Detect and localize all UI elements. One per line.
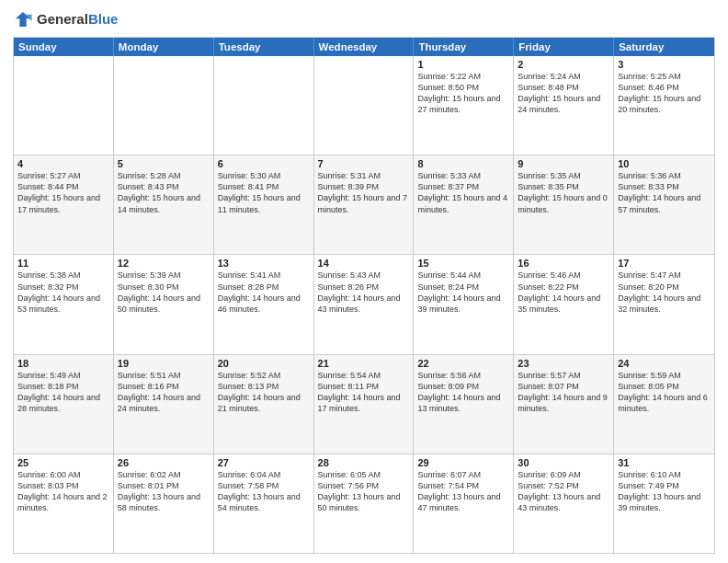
cell-content: Sunrise: 5:43 AM Sunset: 8:26 PM Dayligh… — [318, 270, 410, 315]
cell-content: Sunrise: 6:10 AM Sunset: 7:49 PM Dayligh… — [618, 469, 711, 514]
cal-cell: 4Sunrise: 5:27 AM Sunset: 8:44 PM Daylig… — [14, 155, 114, 254]
cell-content: Sunrise: 5:57 AM Sunset: 8:07 PM Dayligh… — [518, 370, 609, 415]
day-number: 30 — [518, 457, 609, 468]
cal-cell: 12Sunrise: 5:39 AM Sunset: 8:30 PM Dayli… — [114, 255, 214, 353]
day-number: 17 — [618, 258, 711, 269]
cal-cell: 13Sunrise: 5:41 AM Sunset: 8:28 PM Dayli… — [214, 255, 314, 353]
cell-content: Sunrise: 5:25 AM Sunset: 8:46 PM Dayligh… — [618, 71, 711, 116]
day-number: 19 — [118, 358, 210, 369]
day-number: 8 — [417, 158, 509, 169]
cal-cell: 5Sunrise: 5:28 AM Sunset: 8:43 PM Daylig… — [114, 155, 214, 254]
cal-cell: 29Sunrise: 6:07 AM Sunset: 7:54 PM Dayli… — [414, 454, 514, 553]
cell-content: Sunrise: 5:41 AM Sunset: 8:28 PM Dayligh… — [218, 270, 310, 315]
day-number: 26 — [118, 457, 210, 468]
cal-cell: 15Sunrise: 5:44 AM Sunset: 8:24 PM Dayli… — [414, 255, 514, 353]
col-header-thursday: Thursday — [414, 38, 514, 56]
cell-content: Sunrise: 5:56 AM Sunset: 8:09 PM Dayligh… — [417, 370, 509, 415]
logo-text: GeneralBlue — [37, 11, 118, 28]
day-number: 13 — [218, 258, 310, 269]
logo-icon — [13, 9, 33, 29]
week-row-2: 4Sunrise: 5:27 AM Sunset: 8:44 PM Daylig… — [14, 155, 714, 254]
cal-cell: 16Sunrise: 5:46 AM Sunset: 8:22 PM Dayli… — [514, 255, 614, 353]
col-header-monday: Monday — [114, 38, 214, 56]
cell-content: Sunrise: 5:22 AM Sunset: 8:50 PM Dayligh… — [417, 71, 509, 116]
cal-cell: 25Sunrise: 6:00 AM Sunset: 8:03 PM Dayli… — [14, 454, 114, 553]
day-number: 18 — [17, 358, 109, 369]
cell-content: Sunrise: 5:44 AM Sunset: 8:24 PM Dayligh… — [417, 270, 509, 315]
cal-cell: 24Sunrise: 5:59 AM Sunset: 8:05 PM Dayli… — [614, 355, 714, 454]
cell-content: Sunrise: 6:00 AM Sunset: 8:03 PM Dayligh… — [17, 469, 109, 514]
cell-content: Sunrise: 5:30 AM Sunset: 8:41 PM Dayligh… — [218, 170, 310, 215]
cell-content: Sunrise: 5:38 AM Sunset: 8:32 PM Dayligh… — [17, 270, 109, 315]
col-header-wednesday: Wednesday — [314, 38, 415, 56]
cal-cell: 6Sunrise: 5:30 AM Sunset: 8:41 PM Daylig… — [214, 155, 314, 254]
day-number: 27 — [218, 457, 310, 468]
cell-content: Sunrise: 6:07 AM Sunset: 7:54 PM Dayligh… — [417, 469, 509, 514]
cal-cell: 2Sunrise: 5:24 AM Sunset: 8:48 PM Daylig… — [514, 56, 614, 155]
cell-content: Sunrise: 5:31 AM Sunset: 8:39 PM Dayligh… — [318, 170, 410, 215]
week-row-5: 25Sunrise: 6:00 AM Sunset: 8:03 PM Dayli… — [14, 454, 714, 553]
day-number: 3 — [618, 59, 711, 70]
cal-cell: 30Sunrise: 6:09 AM Sunset: 7:52 PM Dayli… — [514, 454, 614, 553]
day-number: 4 — [17, 158, 109, 169]
day-number: 10 — [618, 158, 711, 169]
day-number: 31 — [618, 457, 711, 468]
cal-cell — [314, 56, 415, 155]
cal-cell: 20Sunrise: 5:52 AM Sunset: 8:13 PM Dayli… — [214, 355, 314, 454]
week-row-4: 18Sunrise: 5:49 AM Sunset: 8:18 PM Dayli… — [14, 354, 714, 454]
cal-cell: 31Sunrise: 6:10 AM Sunset: 7:49 PM Dayli… — [614, 454, 714, 553]
day-number: 11 — [17, 258, 109, 269]
day-number: 22 — [417, 358, 509, 369]
cell-content: Sunrise: 6:02 AM Sunset: 8:01 PM Dayligh… — [118, 469, 210, 514]
cal-cell: 14Sunrise: 5:43 AM Sunset: 8:26 PM Dayli… — [314, 255, 415, 353]
day-number: 1 — [417, 59, 509, 70]
cal-cell: 28Sunrise: 6:05 AM Sunset: 7:56 PM Dayli… — [314, 454, 415, 553]
logo: GeneralBlue — [13, 9, 118, 29]
cell-content: Sunrise: 5:51 AM Sunset: 8:16 PM Dayligh… — [118, 370, 210, 415]
cal-cell: 11Sunrise: 5:38 AM Sunset: 8:32 PM Dayli… — [14, 255, 114, 353]
day-number: 28 — [318, 457, 410, 468]
cell-content: Sunrise: 6:09 AM Sunset: 7:52 PM Dayligh… — [518, 469, 609, 514]
cal-cell: 3Sunrise: 5:25 AM Sunset: 8:46 PM Daylig… — [614, 56, 714, 155]
cell-content: Sunrise: 5:54 AM Sunset: 8:11 PM Dayligh… — [318, 370, 410, 415]
cell-content: Sunrise: 5:52 AM Sunset: 8:13 PM Dayligh… — [218, 370, 310, 415]
day-number: 23 — [518, 358, 609, 369]
cal-cell: 22Sunrise: 5:56 AM Sunset: 8:09 PM Dayli… — [414, 355, 514, 454]
day-number: 7 — [318, 158, 410, 169]
cell-content: Sunrise: 5:28 AM Sunset: 8:43 PM Dayligh… — [118, 170, 210, 215]
header: GeneralBlue — [13, 9, 715, 29]
cell-content: Sunrise: 5:27 AM Sunset: 8:44 PM Dayligh… — [17, 170, 109, 215]
cal-cell: 10Sunrise: 5:36 AM Sunset: 8:33 PM Dayli… — [614, 155, 714, 254]
cal-cell — [14, 56, 114, 155]
day-number: 5 — [118, 158, 210, 169]
cell-content: Sunrise: 5:24 AM Sunset: 8:48 PM Dayligh… — [518, 71, 609, 116]
calendar-header-row: SundayMondayTuesdayWednesdayThursdayFrid… — [14, 38, 714, 56]
day-number: 2 — [518, 59, 609, 70]
col-header-tuesday: Tuesday — [214, 38, 314, 56]
cal-cell: 17Sunrise: 5:47 AM Sunset: 8:20 PM Dayli… — [614, 255, 714, 353]
day-number: 25 — [17, 457, 109, 468]
calendar: SundayMondayTuesdayWednesdayThursdayFrid… — [13, 37, 715, 554]
cal-cell: 1Sunrise: 5:22 AM Sunset: 8:50 PM Daylig… — [414, 56, 514, 155]
col-header-friday: Friday — [514, 38, 614, 56]
cal-cell: 8Sunrise: 5:33 AM Sunset: 8:37 PM Daylig… — [414, 155, 514, 254]
day-number: 12 — [118, 258, 210, 269]
cell-content: Sunrise: 5:33 AM Sunset: 8:37 PM Dayligh… — [417, 170, 509, 215]
cal-cell: 21Sunrise: 5:54 AM Sunset: 8:11 PM Dayli… — [314, 355, 415, 454]
cal-cell — [114, 56, 214, 155]
cal-cell: 9Sunrise: 5:35 AM Sunset: 8:35 PM Daylig… — [514, 155, 614, 254]
cal-cell: 27Sunrise: 6:04 AM Sunset: 7:58 PM Dayli… — [214, 454, 314, 553]
cal-cell: 26Sunrise: 6:02 AM Sunset: 8:01 PM Dayli… — [114, 454, 214, 553]
cal-cell: 19Sunrise: 5:51 AM Sunset: 8:16 PM Dayli… — [114, 355, 214, 454]
svg-marker-0 — [16, 12, 30, 27]
week-row-1: 1Sunrise: 5:22 AM Sunset: 8:50 PM Daylig… — [14, 56, 714, 155]
cell-content: Sunrise: 6:05 AM Sunset: 7:56 PM Dayligh… — [318, 469, 410, 514]
day-number: 15 — [417, 258, 509, 269]
cal-cell: 23Sunrise: 5:57 AM Sunset: 8:07 PM Dayli… — [514, 355, 614, 454]
col-header-sunday: Sunday — [14, 38, 114, 56]
cell-content: Sunrise: 5:36 AM Sunset: 8:33 PM Dayligh… — [618, 170, 711, 215]
cell-content: Sunrise: 5:47 AM Sunset: 8:20 PM Dayligh… — [618, 270, 711, 315]
day-number: 6 — [218, 158, 310, 169]
day-number: 14 — [318, 258, 410, 269]
week-row-3: 11Sunrise: 5:38 AM Sunset: 8:32 PM Dayli… — [14, 254, 714, 353]
